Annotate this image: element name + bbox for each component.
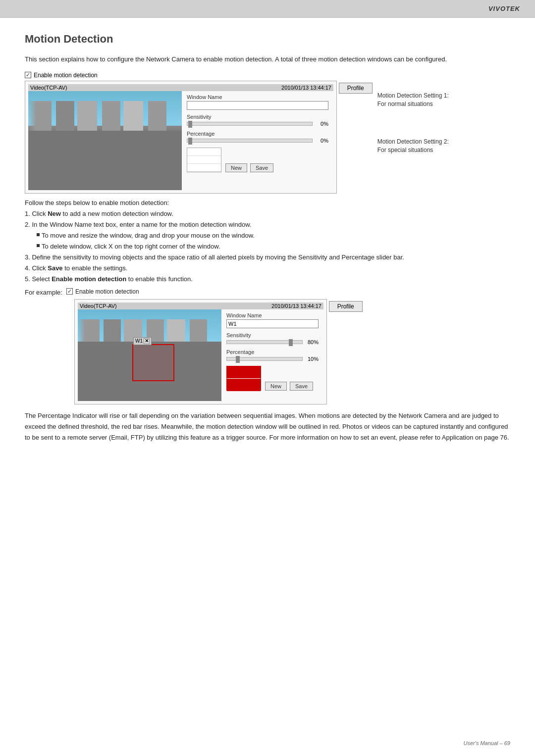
sensitivity-slider-row: 0%	[187, 121, 328, 127]
example-detection-panel: Video(TCP-AV) 2010/01/13 13:44:17	[74, 299, 327, 404]
example-sensitivity-group: Sensitivity 80%	[226, 332, 319, 345]
side-note-2-desc: For special situations	[377, 147, 433, 153]
list-btn-row: New Save	[187, 148, 328, 172]
example-sensitivity-track[interactable]	[226, 340, 303, 344]
example-window-name-label: Window Name	[226, 312, 319, 318]
percentage-track[interactable]	[187, 139, 313, 143]
example-profile-list[interactable]	[226, 366, 261, 391]
window-name-label: Window Name	[187, 94, 328, 100]
side-note-2: Motion Detection Setting 2: For special …	[377, 138, 449, 154]
w1-selection-box[interactable]: W1 ✕	[132, 344, 174, 381]
first-detection-panel: ✓ Enable motion detection Video(TCP-AV) …	[25, 72, 373, 194]
sensitivity-thumb[interactable]	[188, 121, 192, 128]
page-footer: User's Manual – 69	[464, 740, 510, 746]
example-panel-area: Video(TCP-AV) 2010/01/13 13:44:17	[74, 299, 510, 404]
step-3: 3. Define the sensitivity to moving obje…	[25, 252, 510, 263]
video-header: Video(TCP-AV) 2010/01/13 13:44:17	[28, 84, 333, 91]
percentage-group: Percentage 0%	[187, 131, 328, 144]
panel-inner: Window Name Sensitivity 0%	[28, 91, 333, 190]
example-percentage-track[interactable]	[226, 357, 303, 361]
percentage-label: Percentage	[187, 131, 328, 137]
example-save-button[interactable]: Save	[290, 382, 313, 391]
profile-button-2[interactable]: Profile	[329, 301, 363, 312]
side-note-2-title: Motion Detection Setting 2:	[377, 138, 449, 145]
video-label-right: 2010/01/13 13:44:17	[281, 85, 331, 91]
profile-list[interactable]	[187, 148, 221, 172]
example-label-row: For example: ✓ Enable motion detection	[25, 288, 510, 297]
example-sensitivity-slider-row: 80%	[226, 339, 319, 345]
sensitivity-label: Sensitivity	[187, 114, 328, 120]
example-video-image: W1 ✕	[78, 309, 221, 401]
side-note-1-desc: For normal situations	[377, 101, 433, 107]
for-example-text: For example:	[25, 289, 62, 296]
steps-intro: Follow the steps below to enable motion …	[25, 198, 510, 208]
video-label-left: Video(TCP-AV)	[30, 85, 67, 91]
content-area: Motion Detection This section explains h…	[0, 18, 535, 458]
example-new-button[interactable]: New	[265, 382, 287, 391]
example-controls-area: Window Name Sensitivity 80%	[221, 309, 323, 401]
enable-label: Enable motion detection	[34, 72, 98, 79]
side-note-1-title: Motion Detection Setting 1:	[377, 92, 449, 99]
new-button[interactable]: New	[225, 163, 247, 172]
example-sensitivity-label: Sensitivity	[226, 332, 319, 338]
brand-logo: VIVOTEK	[488, 5, 520, 12]
w1-text: W1	[135, 338, 143, 344]
step-1: 1. Click New to add a new motion detecti…	[25, 208, 510, 219]
intro-text: This section explains how to configure t…	[25, 54, 510, 65]
example-list-btn-row: New Save	[226, 366, 319, 391]
steps-section: Follow the steps below to enable motion …	[25, 198, 510, 285]
detection-panel: Video(TCP-AV) 2010/01/13 13:44:17	[25, 81, 337, 194]
video-preview	[28, 91, 182, 190]
page: VIVOTEK Motion Detection This section ex…	[0, 0, 535, 756]
enable-checkbox[interactable]: ✓	[25, 72, 31, 78]
example-video-preview: W1 ✕	[78, 309, 221, 401]
controls-area: Window Name Sensitivity 0%	[182, 91, 333, 190]
w1-label: W1 ✕	[133, 337, 152, 345]
video-image	[28, 91, 182, 190]
sensitivity-track[interactable]	[187, 122, 313, 126]
example-percentage-group: Percentage 10%	[226, 349, 319, 362]
example-enable-label: Enable motion detection	[75, 288, 139, 295]
side-notes: Motion Detection Setting 1: For normal s…	[377, 72, 449, 184]
first-panel-wrapper: ✓ Enable motion detection Video(TCP-AV) …	[25, 72, 510, 194]
side-note-1: Motion Detection Setting 1: For normal s…	[377, 92, 449, 108]
example-video-header: Video(TCP-AV) 2010/01/13 13:44:17	[78, 302, 323, 309]
bullet-sq-1	[37, 233, 40, 236]
bullet-2: To delete window, click X on the top rig…	[25, 241, 510, 252]
step-4: 4. Click Save to enable the settings.	[25, 263, 510, 274]
percentage-pct: 0%	[315, 138, 328, 144]
bullet-1: To move and resize the window, drag and …	[25, 230, 510, 241]
example-sensitivity-thumb[interactable]	[289, 339, 293, 346]
example-window-name-input[interactable]	[226, 319, 319, 328]
bottom-text: The Percentage Indicator will rise or fa…	[25, 410, 510, 443]
example-list-row-1	[227, 366, 261, 379]
percentage-thumb[interactable]	[188, 138, 192, 145]
bullet-sq-2	[37, 244, 40, 247]
step-2: 2. In the Window Name text box, enter a …	[25, 219, 510, 230]
step-5: 5. Select Enable motion detection to ena…	[25, 274, 510, 285]
example-video-label-right: 2010/01/13 13:44:17	[271, 303, 321, 309]
window-name-group: Window Name	[187, 94, 328, 110]
example-enable-checkbox[interactable]: ✓	[66, 288, 73, 295]
example-percentage-pct: 10%	[305, 356, 319, 362]
example-percentage-label: Percentage	[226, 349, 319, 355]
example-enable-row: ✓ Enable motion detection	[66, 288, 139, 295]
example-window-name-group: Window Name	[226, 312, 319, 328]
enable-row: ✓ Enable motion detection	[25, 72, 373, 79]
percentage-slider-row: 0%	[187, 138, 328, 144]
save-button[interactable]: Save	[250, 163, 273, 172]
top-bar: VIVOTEK	[0, 0, 535, 18]
example-percentage-thumb[interactable]	[236, 356, 240, 363]
example-panel-inner: W1 ✕ Window Name	[78, 309, 323, 401]
example-sensitivity-pct: 80%	[305, 339, 319, 345]
window-name-input[interactable]	[187, 101, 328, 110]
example-detection-panel-outer: Video(TCP-AV) 2010/01/13 13:44:17	[74, 299, 363, 404]
list-row-1	[187, 148, 221, 156]
bullet-2-text: To delete window, click X on the top rig…	[42, 241, 220, 252]
example-percentage-slider-row: 10%	[226, 356, 319, 362]
profile-button-1[interactable]: Profile	[339, 83, 373, 94]
w1-close-btn[interactable]: ✕	[144, 338, 150, 344]
example-list-row-2	[227, 379, 261, 391]
sensitivity-pct: 0%	[315, 121, 328, 127]
example-action-buttons: New Save	[265, 382, 313, 391]
